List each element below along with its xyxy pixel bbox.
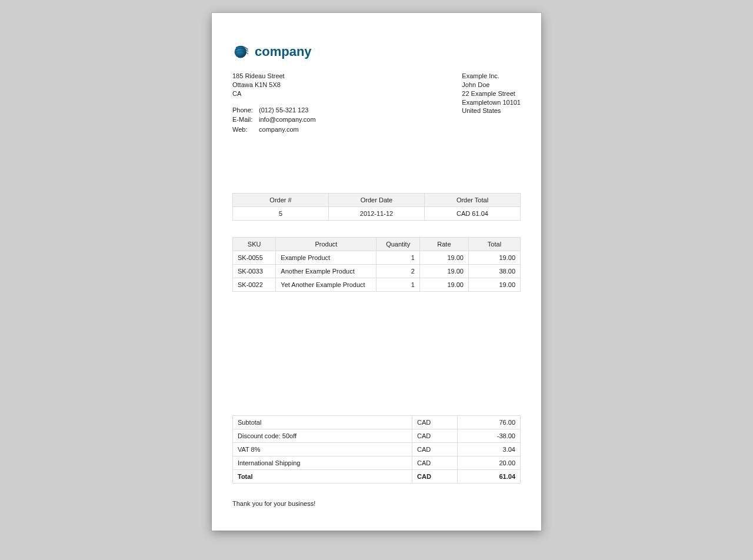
item-product: Another Example Product <box>276 265 376 278</box>
totals-amount: -38.00 <box>458 429 521 443</box>
line-items-table: SKU Product Quantity Rate Total SK-0055E… <box>232 237 521 292</box>
totals-currency: CAD <box>412 443 458 456</box>
totals-currency: CAD <box>412 429 458 443</box>
order-total-header: Order Total <box>425 194 521 207</box>
table-row: SK-0022Yet Another Example Product119.00… <box>233 278 521 292</box>
col-qty: Quantity <box>376 238 419 251</box>
item-total: 19.00 <box>468 251 520 265</box>
order-summary-table: Order # Order Date Order Total 5 2012-11… <box>232 193 521 221</box>
totals-currency: CAD <box>412 456 458 470</box>
col-product: Product <box>276 238 376 251</box>
company-contact: Phone: (012) 55-321 123 E-Mail: info@com… <box>232 105 316 135</box>
totals-label: Subtotal <box>233 416 412 429</box>
totals-amount: 76.00 <box>458 416 521 429</box>
col-rate: Rate <box>419 238 468 251</box>
grand-total-row: TotalCAD61.04 <box>233 470 521 484</box>
web-label: Web: <box>232 125 257 135</box>
item-rate: 19.00 <box>419 251 468 265</box>
customer-country: United States <box>462 106 521 115</box>
company-phone: (012) 55-321 123 <box>259 106 308 114</box>
customer-name: John Doe <box>462 81 521 89</box>
totals-row: Discount code: 50offCAD-38.00 <box>233 429 521 443</box>
company-web: company.com <box>259 126 299 133</box>
item-rate: 19.00 <box>419 278 468 292</box>
totals-row: VAT 8%CAD3.04 <box>233 443 521 456</box>
item-product: Example Product <box>276 251 376 265</box>
grand-total-label: Total <box>233 470 412 484</box>
item-total: 19.00 <box>468 278 520 292</box>
company-address-line: CA <box>232 89 316 98</box>
company-logo-text: company <box>255 44 312 59</box>
phone-label: Phone: <box>232 105 257 115</box>
order-date-header: Order Date <box>329 194 425 207</box>
company-logo: company <box>232 42 521 61</box>
order-number: 5 <box>233 207 329 221</box>
globe-stripes-icon <box>232 42 250 61</box>
customer-city: Exampletown 10101 <box>462 98 521 107</box>
col-total: Total <box>468 238 520 251</box>
item-qty: 1 <box>376 251 419 265</box>
totals-label: Discount code: 50off <box>233 429 412 443</box>
item-sku: SK-0033 <box>233 265 276 278</box>
order-number-header: Order # <box>233 194 329 207</box>
item-total: 38.00 <box>468 265 520 278</box>
totals-label: International Shipping <box>233 456 412 470</box>
item-qty: 1 <box>376 278 419 292</box>
totals-row: SubtotalCAD76.00 <box>233 416 521 429</box>
col-sku: SKU <box>233 238 276 251</box>
item-sku: SK-0055 <box>233 251 276 265</box>
grand-total-currency: CAD <box>412 470 458 484</box>
grand-total-amount: 61.04 <box>458 470 521 484</box>
totals-amount: 20.00 <box>458 456 521 470</box>
item-qty: 2 <box>376 265 419 278</box>
company-address: 185 Rideau Street Ottawa K1N 5X8 CA <box>232 72 316 98</box>
company-address-line: Ottawa K1N 5X8 <box>232 81 316 89</box>
customer-address: Example Inc. John Doe 22 Example Street … <box>444 72 521 115</box>
totals-table: SubtotalCAD76.00Discount code: 50offCAD-… <box>232 415 521 484</box>
company-address-line: 185 Rideau Street <box>232 72 316 81</box>
totals-currency: CAD <box>412 416 458 429</box>
company-email: info@company.com <box>259 116 316 123</box>
totals-amount: 3.04 <box>458 443 521 456</box>
item-product: Yet Another Example Product <box>276 278 376 292</box>
customer-street: 22 Example Street <box>462 89 521 98</box>
order-total: CAD 61.04 <box>425 207 521 221</box>
item-rate: 19.00 <box>419 265 468 278</box>
totals-label: VAT 8% <box>233 443 412 456</box>
item-sku: SK-0022 <box>233 278 276 292</box>
customer-company: Example Inc. <box>462 72 521 81</box>
table-row: SK-0033Another Example Product219.0038.0… <box>233 265 521 278</box>
totals-row: International ShippingCAD20.00 <box>233 456 521 470</box>
email-label: E-Mail: <box>232 115 257 125</box>
invoice-page: company 185 Rideau Street Ottawa K1N 5X8… <box>212 13 541 531</box>
table-row: SK-0055Example Product119.0019.00 <box>233 251 521 265</box>
order-date: 2012-11-12 <box>329 207 425 221</box>
thanks-message: Thank you for your business! <box>232 500 521 507</box>
